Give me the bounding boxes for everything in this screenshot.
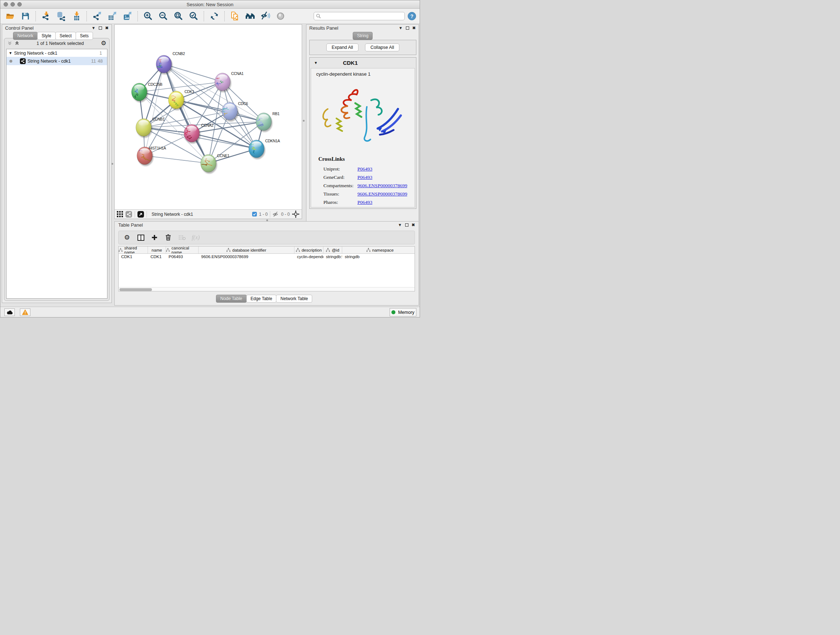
float-panel-icon[interactable] <box>405 223 409 226</box>
scrollbar-thumb[interactable] <box>119 288 152 291</box>
column-header-name[interactable]: name <box>148 247 166 253</box>
trash-button[interactable] <box>164 233 173 242</box>
left-splitter-handle[interactable] <box>111 163 113 165</box>
zoom-out-button[interactable] <box>157 10 169 22</box>
close-panel-icon[interactable]: ✖ <box>412 26 416 30</box>
column-network-icon <box>226 248 231 252</box>
refresh-layout-button[interactable] <box>208 10 220 22</box>
save-session-button[interactable] <box>19 10 32 22</box>
selection-mode-icon[interactable] <box>292 211 300 218</box>
table-cell[interactable]: 9606.ENSP00000378699 <box>199 254 294 261</box>
toolbar-separator <box>87 11 87 21</box>
tab-network-table[interactable]: Network Table <box>276 295 312 302</box>
grid-view-icon[interactable] <box>117 211 123 217</box>
column-header-shared-name[interactable]: shared name <box>118 247 148 253</box>
close-panel-icon[interactable]: ✖ <box>412 223 415 227</box>
memory-button[interactable]: Memory <box>390 308 416 317</box>
gear-button[interactable]: ⚙ <box>122 233 132 242</box>
warnings-button[interactable] <box>20 309 30 316</box>
crosslink-link[interactable]: P06493 <box>357 174 372 180</box>
selected-checkbox-icon[interactable] <box>252 212 257 217</box>
protein-description: cyclin-dependent kinase 1 <box>311 68 415 77</box>
close-panel-icon[interactable]: ✖ <box>105 26 109 30</box>
plus-button[interactable] <box>150 233 159 242</box>
panel-menu-icon[interactable]: ▼ <box>398 223 402 227</box>
double-house-button[interactable] <box>244 10 256 22</box>
tab-style[interactable]: Style <box>37 32 56 40</box>
network-collection-row[interactable]: ▼ String Network - cdk1 1 <box>6 49 107 57</box>
table-cell[interactable]: stringdb:9... <box>324 254 342 261</box>
export-table-button[interactable] <box>106 10 118 22</box>
network-options-gear-icon[interactable]: ⚙ <box>101 40 106 46</box>
crosslink-row: Pharos:P06493 <box>324 198 412 206</box>
tab-sets[interactable]: Sets <box>76 32 93 40</box>
float-panel-icon[interactable] <box>406 27 409 30</box>
import-network-button[interactable] <box>40 10 52 22</box>
node-label-CCNE1: CCNE1 <box>217 154 230 158</box>
zoom-in-button[interactable] <box>142 10 154 22</box>
bottom-splitter-handle[interactable] <box>266 219 268 221</box>
panel-menu-icon[interactable]: ▼ <box>92 26 95 30</box>
network-row-selected[interactable]: String Network - cdk1 11 48 <box>6 57 107 65</box>
column-header-@id[interactable]: @id <box>324 247 342 253</box>
table-cell[interactable]: CDK1 <box>148 254 166 261</box>
import-table-button[interactable] <box>70 10 82 22</box>
protein-card-body: cyclin-dependent kinase 1 <box>311 68 415 207</box>
crosslink-link[interactable]: 9606.ENSP00000378699 <box>357 191 407 197</box>
search-input[interactable] <box>314 12 405 20</box>
export-network-button[interactable] <box>91 10 103 22</box>
table-cell[interactable]: cyclin-dependent ... <box>294 254 324 261</box>
right-splitter-handle[interactable] <box>303 120 305 122</box>
collection-disclosure-icon[interactable]: ▼ <box>9 51 12 55</box>
share-view-icon[interactable] <box>126 211 132 218</box>
export-image-button[interactable] <box>121 10 134 22</box>
column-header-canonical-name[interactable]: canonical name <box>166 247 199 253</box>
node-label-CCNB1: CCNB1 <box>152 117 165 121</box>
column-header-description[interactable]: description <box>294 247 324 253</box>
crosslink-row: Compartments:9606.ENSP00000378699 <box>324 181 412 190</box>
expand-all-icon[interactable] <box>14 41 19 46</box>
table-cell[interactable]: CDK1 <box>118 254 148 261</box>
crosslink-link[interactable]: P06493 <box>357 166 372 172</box>
hide-eye-button[interactable] <box>259 10 271 22</box>
expand-all-button[interactable]: Expand All <box>326 43 358 51</box>
crosslink-link[interactable]: 9606.ENSP00000378699 <box>357 183 407 188</box>
table-cell[interactable]: stringdb <box>342 254 415 261</box>
protein-disclosure-icon[interactable]: ▼ <box>314 61 317 65</box>
cloud-icon <box>6 310 13 315</box>
network-canvas[interactable]: CCNB2CCNA1CDC25BCDK1CDC6RB1CCNB1CCNA2CDK… <box>115 25 302 209</box>
search-icon <box>316 14 321 19</box>
help-button[interactable]: ? <box>408 12 416 20</box>
protein-card-header[interactable]: ▼ CDK1 <box>309 57 416 68</box>
zoom-selected-button[interactable] <box>187 10 200 22</box>
float-panel-icon[interactable] <box>99 27 102 30</box>
import-network-database-button[interactable] <box>55 10 67 22</box>
open-folder-button[interactable] <box>4 10 16 22</box>
delete-table-button <box>177 233 187 242</box>
table-cell[interactable]: P06493 <box>166 254 199 261</box>
document-share-button[interactable] <box>229 10 241 22</box>
tab-node-table[interactable]: Node Table <box>216 295 247 302</box>
memory-status-dot-icon <box>392 310 395 314</box>
network-node-count: 11 <box>91 59 96 64</box>
table-row[interactable]: CDK1CDK1P064939606.ENSP00000378699cyclin… <box>118 254 415 261</box>
birdseye-view-icon[interactable] <box>137 211 144 218</box>
tab-edge-table[interactable]: Edge Table <box>246 295 277 302</box>
node-label-CCNB2: CCNB2 <box>172 51 185 56</box>
collapse-all-icon[interactable] <box>7 41 12 46</box>
column-header-database-identifier[interactable]: database identifier <box>199 247 294 253</box>
hidden-count: 0 - 0 <box>281 212 290 217</box>
zoom-fit-button[interactable] <box>172 10 185 22</box>
cloud-status-button[interactable] <box>4 309 15 316</box>
collapse-all-button[interactable]: Collapse All <box>365 43 399 51</box>
panel-menu-icon[interactable]: ▼ <box>399 26 403 30</box>
table-horizontal-scrollbar[interactable] <box>118 287 415 291</box>
tab-select[interactable]: Select <box>55 32 76 40</box>
tab-network[interactable]: Network <box>13 32 38 40</box>
columns-button[interactable] <box>136 233 145 242</box>
column-header-namespace[interactable]: namespace <box>342 247 415 253</box>
tab-string[interactable]: String <box>353 32 373 40</box>
import-network-database-icon <box>57 11 66 21</box>
crosslink-link[interactable]: P06493 <box>357 200 372 205</box>
show-eye-button[interactable] <box>274 10 286 22</box>
